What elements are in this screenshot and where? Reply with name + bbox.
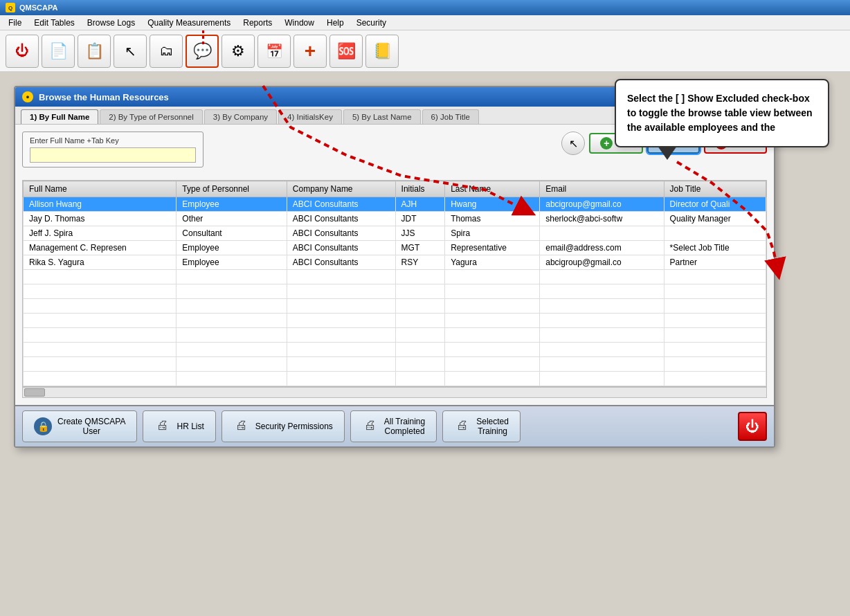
empty-row bbox=[24, 372, 766, 386]
empty-cell bbox=[395, 284, 445, 299]
table-row[interactable]: Jeff J. SpiraConsultantABCI ConsultantsJ… bbox=[24, 226, 766, 241]
browse-cursor-button[interactable]: ↖ bbox=[561, 132, 585, 155]
empty-cell bbox=[395, 357, 445, 372]
initials-cell: AJH bbox=[395, 197, 445, 212]
tab-job-title[interactable]: 6) Job Title bbox=[422, 109, 479, 124]
empty-cell bbox=[24, 357, 177, 372]
empty-row bbox=[24, 328, 766, 343]
empty-cell bbox=[395, 314, 445, 328]
empty-cell bbox=[287, 314, 395, 328]
horizontal-scrollbar[interactable] bbox=[22, 387, 767, 398]
empty-cell bbox=[664, 328, 766, 343]
empty-cell bbox=[540, 284, 664, 299]
empty-cell bbox=[287, 357, 395, 372]
all-training-label: All Training Completed bbox=[384, 417, 425, 436]
type-cell: Other bbox=[177, 212, 287, 226]
empty-row bbox=[24, 270, 766, 284]
job-title-cell: Partner bbox=[664, 255, 766, 270]
empty-cell bbox=[445, 357, 540, 372]
table-row[interactable]: Jay D. ThomasOtherABCI ConsultantsJDTTho… bbox=[24, 212, 766, 226]
table-row[interactable]: Allison HwangEmployeeABCI ConsultantsAJH… bbox=[24, 197, 766, 212]
col-email: Email bbox=[540, 181, 664, 197]
empty-cell bbox=[177, 314, 287, 328]
table-row[interactable]: Management C. RepresenEmployeeABCI Consu… bbox=[24, 241, 766, 255]
table-row[interactable]: Rika S. YaguraEmployeeABCI ConsultantsRS… bbox=[24, 255, 766, 270]
tab-last-name[interactable]: 5) By Last Name bbox=[343, 109, 421, 124]
selected-training-button[interactable]: 🖨 Selected Training bbox=[442, 410, 521, 442]
menu-quality-measurements[interactable]: Quality Measurements bbox=[142, 17, 236, 29]
calendar-toolbar-button[interactable]: 📅 bbox=[257, 35, 291, 68]
create-user-label: Create QMSCAPA User bbox=[57, 417, 125, 436]
title-bar: Q QMSCAPA bbox=[0, 0, 850, 15]
chat-icon: 💬 bbox=[193, 42, 212, 60]
chat-toolbar-button[interactable]: 💬 bbox=[186, 35, 219, 68]
empty-cell bbox=[287, 284, 395, 299]
empty-cell bbox=[664, 343, 766, 357]
calendar-icon: 📅 bbox=[266, 43, 283, 60]
empty-row bbox=[24, 357, 766, 372]
tooltip-box: Select the [ ] Show Excluded check-box t… bbox=[615, 79, 829, 147]
app-title: QMSCAPA bbox=[19, 3, 57, 12]
tab-full-name[interactable]: 1) By Full Name bbox=[21, 109, 98, 124]
pdf-toolbar-button[interactable]: 📋 bbox=[78, 35, 111, 68]
cursor-toolbar-button[interactable]: ↖ bbox=[114, 35, 147, 68]
initials-cell: MGT bbox=[395, 241, 445, 255]
doc-toolbar-button[interactable]: 📄 bbox=[42, 35, 75, 68]
empty-cell bbox=[287, 299, 395, 314]
empty-cell bbox=[177, 357, 287, 372]
empty-cell bbox=[445, 284, 540, 299]
pdf-icon: 📋 bbox=[85, 42, 104, 60]
type-cell: Consultant bbox=[177, 226, 287, 241]
empty-cell bbox=[445, 270, 540, 284]
email-cell bbox=[540, 226, 664, 241]
add-toolbar-button[interactable]: + bbox=[293, 35, 327, 68]
empty-cell bbox=[540, 328, 664, 343]
help-toolbar-button[interactable]: 🆘 bbox=[329, 35, 363, 68]
tab-initials[interactable]: 4) InitialsKey bbox=[278, 109, 342, 124]
chart-toolbar-button[interactable]: 🗂 bbox=[150, 35, 183, 68]
menu-reports[interactable]: Reports bbox=[237, 17, 278, 29]
empty-cell bbox=[540, 299, 664, 314]
search-input[interactable] bbox=[30, 147, 196, 163]
initials-cell: RSY bbox=[395, 255, 445, 270]
menu-window[interactable]: Window bbox=[279, 17, 320, 29]
empty-cell bbox=[445, 372, 540, 386]
print-icon: 🖨 bbox=[154, 418, 171, 435]
col-initials: Initials bbox=[395, 181, 445, 197]
power-off-button[interactable]: ⏻ bbox=[738, 412, 767, 441]
empty-cell bbox=[395, 270, 445, 284]
scrollbar-thumb[interactable] bbox=[24, 388, 45, 397]
security-permissions-button[interactable]: 🖨 Security Permissions bbox=[221, 410, 345, 442]
menu-file[interactable]: File bbox=[3, 17, 27, 29]
tab-type-personnel[interactable]: 2) By Type of Personnel bbox=[100, 109, 203, 124]
full-name-cell: Allison Hwang bbox=[24, 197, 177, 212]
menu-help[interactable]: Help bbox=[321, 17, 350, 29]
empty-cell bbox=[287, 343, 395, 357]
full-name-cell: Jeff J. Spira bbox=[24, 226, 177, 241]
hr-list-button[interactable]: 🖨 HR List bbox=[143, 410, 215, 442]
menu-browse-logs[interactable]: Browse Logs bbox=[82, 17, 141, 29]
create-qmscapa-user-button[interactable]: 🔒 Create QMSCAPA User bbox=[22, 410, 137, 442]
notes-toolbar-button[interactable]: 📒 bbox=[365, 35, 399, 68]
menu-edit-tables[interactable]: Edit Tables bbox=[28, 17, 80, 29]
gear-toolbar-button[interactable]: ⚙ bbox=[221, 35, 255, 68]
browse-window-icon: ● bbox=[22, 91, 33, 102]
empty-cell bbox=[445, 343, 540, 357]
selected-training-label: Selected Training bbox=[476, 417, 509, 436]
empty-cell bbox=[24, 343, 177, 357]
type-cell: Employee bbox=[177, 255, 287, 270]
empty-cell bbox=[540, 357, 664, 372]
add-icon: + bbox=[305, 42, 316, 61]
menu-security[interactable]: Security bbox=[351, 17, 392, 29]
empty-cell bbox=[177, 270, 287, 284]
all-training-completed-button[interactable]: 🖨 All Training Completed bbox=[350, 410, 437, 442]
bottom-bar: 🔒 Create QMSCAPA User 🖨 HR List 🖨 Securi… bbox=[15, 405, 774, 446]
col-type: Type of Personnel bbox=[177, 181, 287, 197]
tab-company[interactable]: 3) By Company bbox=[204, 109, 277, 124]
power-off-icon: ⏻ bbox=[745, 419, 759, 435]
empty-cell bbox=[395, 372, 445, 386]
browse-window-title: Browse the Human Resources bbox=[39, 92, 169, 102]
power-toolbar-button[interactable]: ⏻ bbox=[6, 35, 39, 68]
empty-row bbox=[24, 343, 766, 357]
lock-icon: 🔒 bbox=[34, 417, 52, 435]
